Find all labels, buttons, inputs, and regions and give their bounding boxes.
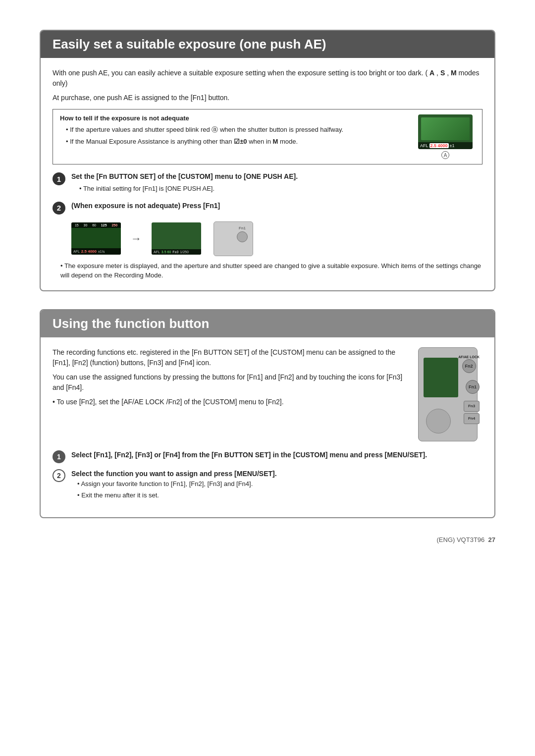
section2-step1-content: Select [Fn1], [Fn2], [Fn3] or [Fn4] from… <box>71 449 482 460</box>
exposure-after: AFL 3.5 60 F±0 1/250 <box>152 222 201 255</box>
circle-a-label: A <box>441 151 449 159</box>
section2-text: The recording functions etc. registered … <box>53 347 408 411</box>
note-content: How to tell if the exposure is not adequ… <box>60 114 408 148</box>
fn4-box: Fn4 <box>464 413 480 424</box>
step1-number: 1 <box>53 172 65 185</box>
arrow-right-icon: → <box>131 232 142 245</box>
step1: 1 Set the [Fn BUTTON SET] of the [CUSTOM… <box>53 171 482 194</box>
section2-para1: The recording functions etc. registered … <box>53 347 408 368</box>
camera-body: AF/AE LOCK Fn2 Fn1 Fn3 Fn4 <box>418 347 478 441</box>
section2-para3: • To use [Fn2], set the [AF/AE LOCK /Fn2… <box>53 397 408 407</box>
fn1-camera-diagram: Fn1 <box>211 221 256 256</box>
camera-buttons: AF/AE LOCK Fn2 Fn1 Fn3 Fn4 <box>458 355 480 424</box>
section2-step2-content: Select the function you want to assign a… <box>71 468 482 502</box>
section1-title: Easily set a suitable exposure (one push… <box>41 31 494 58</box>
step2-label: (When exposure is not adequate) Press [F… <box>71 201 482 211</box>
section1-intro2: At purchase, one push AE is assigned to … <box>53 93 482 103</box>
note-box: How to tell if the exposure is not adequ… <box>53 109 482 164</box>
section2-step2-bullet1: Assign your favorite function to [Fn1], … <box>77 479 482 489</box>
afae-label: AF/AE LOCK <box>458 355 480 359</box>
note-bullet-2: If the Manual Exposure Assistance is any… <box>66 137 408 147</box>
fn1-top-label: Fn1 <box>239 226 246 230</box>
camera-display-bar: AFL 2.5 4000 ±1 <box>418 142 473 149</box>
fn2-button-group: AF/AE LOCK Fn2 <box>458 355 480 373</box>
section2-step1-num: 1 <box>53 450 65 463</box>
section1-box: Easily set a suitable exposure (one push… <box>40 30 495 291</box>
fn1-button-group: Fn1 <box>466 380 480 394</box>
section2-step2-num: 2 <box>53 469 65 482</box>
fn2-circle: Fn2 <box>462 359 476 373</box>
camera-lcd <box>424 358 458 397</box>
step1-content: Set the [Fn BUTTON SET] of the [CUSTOM] … <box>71 171 482 194</box>
exposure-before: 15 30 60 125 250 AFL 2.5 4000 ±1¾ <box>71 222 121 255</box>
section2-box: Using the function button The recording … <box>40 309 495 518</box>
step2: 2 (When exposure is not adequate) Press … <box>53 201 482 215</box>
section1-intro1: With one push AE, you can easily achieve… <box>53 68 482 89</box>
step1-label: Set the [Fn BUTTON SET] of the [CUSTOM] … <box>71 171 482 182</box>
section2-para2: You can use the assigned functions by pr… <box>53 372 408 393</box>
section2-step2-bullet2: Exit the menu after it is set. <box>77 490 482 500</box>
fn-camera-diagram: AF/AE LOCK Fn2 Fn1 Fn3 Fn4 <box>418 347 482 441</box>
note-title: How to tell if the exposure is not adequ… <box>60 114 408 122</box>
step2-number: 2 <box>53 202 65 215</box>
page-number: 27 <box>488 536 495 543</box>
step2-content: (When exposure is not adequate) Press [F… <box>71 201 482 211</box>
section2-title: Using the function button <box>41 310 494 337</box>
fn1-button-circle <box>237 231 248 242</box>
exposure-note: • The exposure meter is displayed, and t… <box>60 261 482 280</box>
note-bullet-1: If the aperture values and shutter speed… <box>66 125 408 135</box>
section2-step2: 2 Select the function you want to assign… <box>53 468 482 502</box>
section2-step2-label: Select the function you want to assign a… <box>71 468 482 479</box>
dpad <box>426 409 451 433</box>
step1-sublabel: • The initial setting for [Fn1] is [ONE … <box>79 184 482 194</box>
footer-text: (ENG) VQT3T96 27 <box>437 536 496 543</box>
section1-content: With one push AE, you can easily achieve… <box>41 58 494 290</box>
fn1-circle: Fn1 <box>466 380 480 394</box>
fn3-fn4-group: Fn3 Fn4 <box>464 401 480 424</box>
section2-step1: 1 Select [Fn1], [Fn2], [Fn3] or [Fn4] fr… <box>53 449 482 463</box>
section2-content: The recording functions etc. registered … <box>41 337 494 517</box>
section2-intro-row: The recording functions etc. registered … <box>53 347 482 441</box>
section2-step1-label: Select [Fn1], [Fn2], [Fn3] or [Fn4] from… <box>71 449 482 460</box>
camera-display-green: AFL 2.5 4000 ±1 <box>418 114 473 149</box>
footer: (ENG) VQT3T96 27 <box>40 536 495 543</box>
note-image: AFL 2.5 4000 ±1 A <box>416 114 475 159</box>
fn3-box: Fn3 <box>464 401 480 412</box>
